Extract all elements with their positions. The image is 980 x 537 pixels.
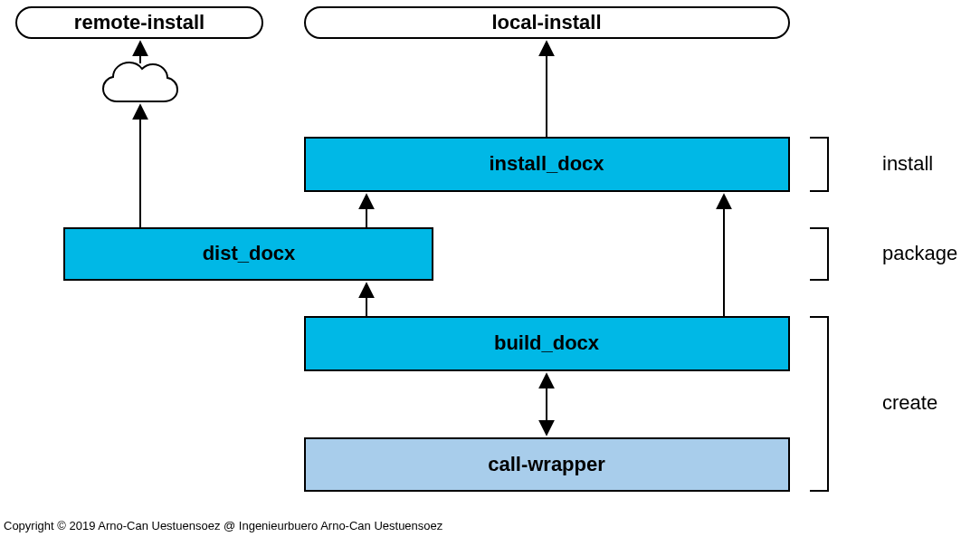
install-docx-label: install_docx — [489, 152, 604, 175]
install-docx-node: install_docx — [305, 138, 789, 191]
build-docx-label: build_docx — [494, 331, 600, 354]
dist-docx-label: dist_docx — [203, 242, 296, 264]
bracket-install — [810, 138, 828, 191]
dist-docx-node: dist_docx — [64, 228, 433, 280]
phase-package-label: package — [882, 242, 957, 264]
phase-install-label: install — [882, 152, 933, 175]
bracket-create — [810, 317, 828, 491]
local-install-node: local-install — [305, 7, 789, 38]
cloud-icon — [103, 62, 177, 101]
local-install-label: local-install — [491, 11, 601, 34]
copyright-text: Copyright © 2019 Arno-Can Uestuensoez @ … — [4, 519, 443, 532]
build-docx-node: build_docx — [305, 317, 789, 370]
phase-create-label: create — [882, 391, 937, 414]
remote-install-node: remote-install — [16, 7, 262, 38]
call-wrapper-node: call-wrapper — [305, 438, 789, 491]
call-wrapper-label: call-wrapper — [488, 453, 605, 475]
bracket-package — [810, 228, 828, 280]
diagram-canvas: remote-install local-install install_doc… — [0, 0, 980, 537]
remote-install-label: remote-install — [74, 11, 205, 34]
